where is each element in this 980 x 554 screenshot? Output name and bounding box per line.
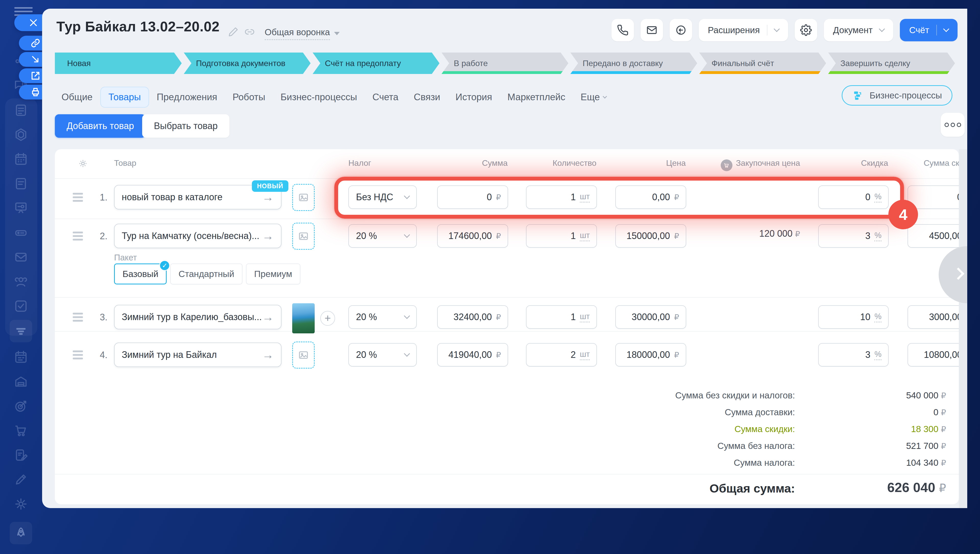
add-photo-button[interactable]: + (320, 311, 335, 326)
col-header-discount-sum[interactable]: Сумма скидки (905, 158, 959, 168)
quantity-field[interactable]: 1шт (526, 185, 597, 209)
image-placeholder-icon[interactable] (292, 342, 315, 369)
sum-field[interactable]: 0₽ (437, 185, 508, 209)
sum-field[interactable]: 32400,00₽ (437, 305, 508, 329)
tab-general[interactable]: Общие (54, 87, 100, 107)
drive-icon[interactable] (12, 224, 30, 241)
product-name-input[interactable]: Тур на Камчатку (осень/весна)...→ (114, 224, 282, 248)
tab-offers[interactable]: Предложения (149, 87, 225, 107)
tax-select[interactable]: 20 % (348, 343, 417, 366)
stage-close-deal[interactable]: Завершить сделку (828, 53, 955, 74)
discount-field[interactable]: 10% (818, 305, 889, 329)
quantity-field[interactable]: 2шт (526, 343, 597, 366)
document-icon[interactable] (12, 102, 30, 119)
table-settings-gear-icon[interactable] (77, 158, 89, 169)
presentation-icon[interactable] (12, 199, 30, 217)
tab-history[interactable]: История (448, 87, 500, 107)
price-field[interactable]: 150000,00₽ (615, 224, 686, 248)
quantity-field[interactable]: 1шт (526, 224, 597, 248)
drag-handle[interactable] (73, 350, 83, 352)
discount-field[interactable]: 0% (818, 185, 889, 209)
target-icon[interactable] (12, 397, 30, 415)
price-field[interactable]: 30000,00₽ (615, 305, 686, 329)
stage-in-progress[interactable]: В работе (441, 53, 568, 74)
image-placeholder-icon[interactable] (292, 223, 315, 250)
schedule-icon[interactable] (12, 349, 30, 366)
discount-sum-field[interactable]: 4500,00₽ (908, 224, 959, 248)
tax-select[interactable]: Без НДС (348, 185, 417, 209)
discount-field[interactable]: 3% (818, 343, 889, 366)
cart-icon[interactable] (12, 422, 30, 439)
image-placeholder-icon[interactable] (292, 184, 315, 211)
sign-document-icon[interactable] (12, 446, 30, 464)
note-icon[interactable] (12, 175, 30, 192)
messenger-button[interactable] (670, 19, 692, 41)
open-product-arrow-icon[interactable]: → (262, 230, 274, 242)
discount-sum-field[interactable]: 3000,00₽ (908, 305, 959, 329)
open-product-arrow-icon[interactable]: → (262, 311, 274, 323)
package-option-basic[interactable]: Базовый ✓ (114, 263, 167, 284)
add-product-button[interactable]: Добавить товар (55, 114, 146, 138)
open-product-arrow-icon[interactable]: → (262, 191, 274, 203)
col-header-sum[interactable]: Сумма (457, 158, 508, 168)
sum-field[interactable]: 419040,00₽ (437, 343, 508, 366)
drag-handle[interactable] (73, 232, 83, 233)
document-button[interactable]: Документ (824, 19, 893, 41)
invoice-button[interactable]: Счёт (900, 19, 958, 41)
col-header-price[interactable]: Цена (635, 158, 686, 168)
quantity-field[interactable]: 1шт (526, 305, 597, 329)
email-button[interactable] (641, 19, 663, 41)
col-header-product[interactable]: Товар (114, 158, 136, 168)
tab-business-processes[interactable]: Бизнес-процессы (273, 87, 365, 107)
drag-handle[interactable] (73, 193, 83, 194)
open-product-arrow-icon[interactable]: → (262, 349, 274, 361)
tab-products[interactable]: Товары (100, 87, 149, 108)
settings-gear-button[interactable] (795, 19, 817, 41)
more-options-button[interactable] (941, 113, 965, 137)
mail-icon[interactable] (12, 248, 30, 266)
stage-delivery[interactable]: Передано в доставку (570, 53, 697, 74)
package-option-standard[interactable]: Стандартный (170, 263, 242, 284)
calendar-icon[interactable] (12, 151, 30, 168)
tax-select[interactable]: 20 % (348, 305, 417, 329)
title-link-icon[interactable] (244, 27, 255, 37)
edit-title-pencil-icon[interactable] (228, 27, 239, 37)
tasks-icon[interactable] (12, 298, 30, 315)
product-name-input[interactable]: Зимний тур на Байкал→ (114, 342, 282, 367)
tab-invoices[interactable]: Счета (365, 87, 406, 107)
tab-marketplace[interactable]: Маркетплейс (500, 87, 573, 107)
stage-new[interactable]: Новая (55, 53, 182, 74)
crm-funnel-icon[interactable] (10, 320, 32, 342)
tax-select[interactable]: 20 % (348, 224, 417, 248)
discount-sum-field[interactable]: 10800,00₽ (908, 343, 959, 366)
package-option-premium[interactable]: Премиум (246, 263, 300, 284)
hexagon-icon[interactable] (12, 126, 30, 143)
col-header-tax[interactable]: Налог (348, 158, 371, 168)
settings-icon[interactable] (12, 495, 30, 513)
stage-final-invoice[interactable]: Финальный счёт (699, 53, 826, 74)
funnel-selector[interactable]: Общая воронка (265, 27, 340, 40)
sum-field[interactable]: 174600,00₽ (437, 224, 508, 248)
rocket-icon[interactable] (10, 522, 32, 544)
discount-field[interactable]: 3% (818, 224, 889, 248)
product-name-input[interactable]: Зимний тур в Карелию_базовы...→ (114, 305, 282, 329)
scroll-gutter[interactable] (959, 149, 967, 508)
phone-button[interactable] (612, 19, 634, 41)
stage-docs[interactable]: Подготовка документов (184, 53, 311, 74)
product-photo-thumbnail[interactable] (292, 303, 315, 333)
tab-robots[interactable]: Роботы (225, 87, 273, 107)
warehouse-icon[interactable] (12, 373, 30, 390)
pencil-icon[interactable] (12, 471, 30, 488)
tab-links[interactable]: Связи (406, 87, 448, 107)
business-processes-button[interactable]: Бизнес-процессы (842, 85, 953, 106)
menu-hamburger-icon[interactable] (14, 7, 33, 9)
drag-handle[interactable] (73, 313, 83, 315)
tab-more[interactable]: Еще (573, 87, 614, 107)
people-icon[interactable] (12, 273, 30, 290)
price-field[interactable]: 0,00₽ (615, 185, 686, 209)
extensions-button[interactable]: Расширения (699, 19, 788, 41)
col-header-purchase[interactable]: Закупочная цена (698, 158, 800, 171)
col-header-discount[interactable]: Скидка (837, 158, 888, 168)
price-field[interactable]: 180000,00₽ (615, 343, 686, 366)
choose-product-button[interactable]: Выбрать товар (142, 114, 229, 138)
